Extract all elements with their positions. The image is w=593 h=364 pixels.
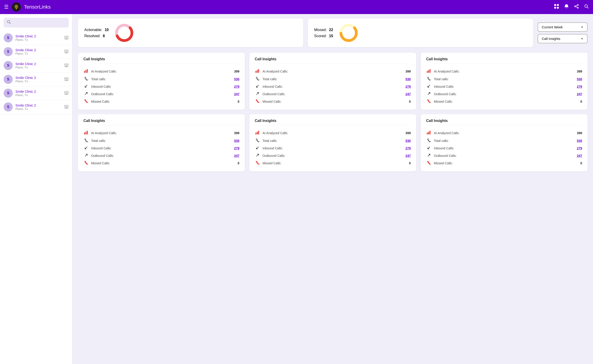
insight-row-5-2: Inbound Calls: 279 [426,144,582,152]
svg-rect-62 [258,69,259,73]
insight-label-1-2: Inbound Calls: [262,85,403,88]
insight-value-2-1[interactable]: 530 [577,77,582,81]
insight-value-5-2[interactable]: 279 [577,146,582,150]
resolved-label: Resolved: 8 [84,33,109,39]
svg-rect-72 [84,133,85,134]
insight-value-4-2[interactable]: 279 [405,146,411,150]
insight-row-2-4: Missed Calls: 0 [426,98,582,105]
svg-rect-54 [84,71,85,73]
view-type-dropdown-arrow: ▼ [581,37,583,40]
insight-value-0-2[interactable]: 279 [234,85,239,88]
insight-value-2-2[interactable]: 279 [577,85,582,88]
main-content: Actionable: 10 Resolved: 8 [72,14,593,364]
insight-value-2-3[interactable]: 247 [577,92,582,96]
notification-bell-icon[interactable] [564,4,569,10]
insight-missed-icon-2-4 [426,99,432,104]
insight-label-4-0: AI Analyzed Calls: [262,131,403,135]
hamburger-menu[interactable]: ☰ [4,4,9,10]
insight-phone-icon-3-1 [83,138,89,143]
app-title: TensorLinks [24,4,51,10]
insight-value-3-3[interactable]: 247 [234,154,239,157]
search-input[interactable] [13,21,65,25]
header-left: ☰ TensorLinks [4,2,51,12]
insight-inbound-icon-2-2 [426,84,432,89]
insight-value-5-4: 0 [580,161,582,165]
insight-value-3-1[interactable]: 530 [234,139,239,143]
view-type-dropdown[interactable]: Call Insights ▼ [538,34,587,43]
grid-icon[interactable] [554,4,559,10]
top-stats-row: Actionable: 10 Resolved: 8 [78,19,587,47]
svg-rect-39 [66,79,67,81]
sidebar-item-building-icon-2 [64,63,69,68]
search-header-icon[interactable] [584,4,589,10]
sidebar-item-0[interactable]: S Smile Clinic 2 Plano, Tx [0,31,72,45]
insight-card-title-2: Call Insights [426,57,582,64]
insights-grid: Call Insights AI Analyzed Calls: 399 Tot… [78,52,587,171]
insight-row-3-0: AI Analyzed Calls: 399 [83,129,239,137]
sidebar-item-location-1: Plano, Tx [15,52,64,55]
sidebar-item-5[interactable]: S Smile Clinic 2 Plano, Tx [0,100,72,114]
sidebar-item-name-5: Smile Clinic 2 [15,103,64,107]
insight-value-2-0: 399 [577,70,582,73]
insight-value-0-4: 0 [238,100,239,103]
insight-outbound-icon-2-3 [426,91,432,96]
insight-value-0-3[interactable]: 247 [234,92,239,96]
svg-rect-61 [257,70,258,73]
svg-rect-40 [65,91,68,95]
svg-rect-78 [255,133,256,134]
insight-value-1-3[interactable]: 247 [405,92,411,96]
sidebar-item-building-icon-3 [64,77,69,82]
insight-chart-icon-2-0 [426,69,432,74]
insight-value-4-3[interactable]: 247 [405,154,411,157]
sidebar-item-name-4: Smile Clinic 2 [15,90,64,93]
sidebar-item-2[interactable]: S Smile Clinic 2 Plano, Tx [0,59,72,72]
sidebar-avatar-2: S [4,61,13,70]
sidebar-item-name-1: Smile Clinic 2 [15,48,64,52]
sidebar-search[interactable] [4,18,69,27]
insight-value-3-2[interactable]: 279 [234,146,239,150]
insight-value-4-1[interactable]: 530 [405,139,411,143]
sidebar-avatar-0: S [4,33,13,42]
svg-line-81 [256,147,259,149]
time-period-dropdown[interactable]: Current Week ▼ [538,22,587,32]
insight-value-1-2[interactable]: 279 [405,85,411,88]
svg-line-76 [85,154,87,156]
svg-rect-68 [430,69,430,73]
insight-value-1-4: 0 [409,100,411,103]
insight-label-0-3: Outbound Calls: [91,92,232,96]
sidebar-item-3[interactable]: S Smile Clinic 2 Plano, Tx [0,72,72,86]
insight-row-0-0: AI Analyzed Calls: 399 [83,67,239,75]
svg-line-63 [256,85,259,87]
insight-phone-icon-1-1 [255,77,260,81]
svg-rect-25 [65,50,68,53]
sidebar-item-info-5: Smile Clinic 2 Plano, Tx [15,103,64,110]
insight-row-1-1: Total calls: 530 [255,75,411,83]
share-icon[interactable] [574,4,579,10]
svg-rect-67 [428,70,429,73]
insight-card-5: Call Insights AI Analyzed Calls: 399 Tot… [421,114,587,171]
insight-label-0-0: AI Analyzed Calls: [91,70,232,73]
insight-value-1-1[interactable]: 530 [405,77,411,81]
insight-row-3-2: Inbound Calls: 279 [83,144,239,152]
insight-value-3-4: 0 [238,161,239,165]
insight-value-3-0: 399 [234,131,239,135]
sidebar-item-4[interactable]: S Smile Clinic 2 Plano, Tx [0,86,72,100]
sidebar-item-1[interactable]: S Smile Clinic 2 Plano, Tx [0,45,72,59]
svg-rect-7 [554,4,556,6]
insight-row-5-0: AI Analyzed Calls: 399 [426,129,582,137]
insight-card-3: Call Insights AI Analyzed Calls: 399 Tot… [78,114,245,171]
app-header: ☰ TensorLinks [0,0,593,14]
insight-value-5-3[interactable]: 247 [577,154,582,157]
insight-label-2-2: Inbound Calls: [434,85,575,88]
actionable-stat-text: Actionable: 10 Resolved: 8 [84,27,109,39]
insight-missed-icon-3-4 [83,161,89,165]
insight-value-5-1[interactable]: 530 [577,139,582,143]
missed-stat-text: Missed: 22 Scored: 15 [314,27,333,39]
insight-label-2-0: AI Analyzed Calls: [434,70,575,73]
insight-row-1-2: Inbound Calls: 279 [255,83,411,90]
insight-value-0-1[interactable]: 530 [234,77,239,81]
insight-row-5-3: Outbound Calls: 247 [426,152,582,159]
svg-rect-44 [66,93,67,95]
sidebar-item-name-3: Smile Clinic 2 [15,76,64,79]
insight-label-4-4: Missed Calls: [262,161,407,165]
